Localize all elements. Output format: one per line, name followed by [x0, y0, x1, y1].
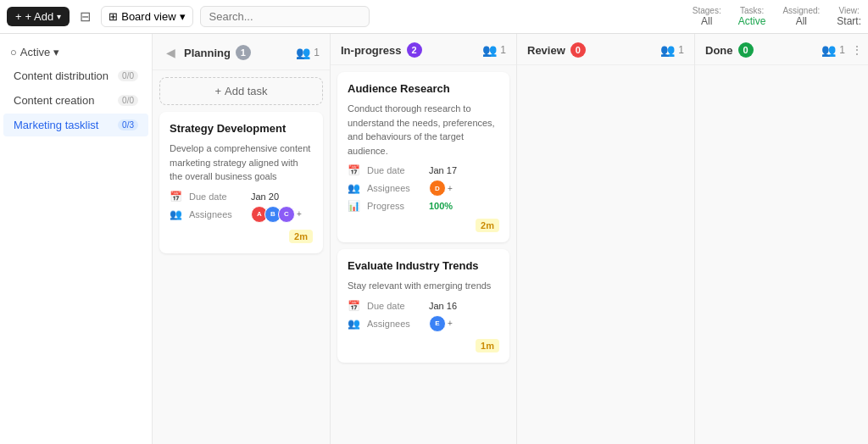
progress-row: 📊 Progress 100%	[348, 200, 499, 212]
avatar-plus: +	[448, 184, 453, 193]
assigned-meta: Assigned: All	[782, 6, 820, 27]
column-planning: ◀ Planning 1 👥 1 + Add task Str	[153, 34, 331, 444]
tasks-value: Active	[738, 15, 766, 27]
assignee-icon: 👥	[296, 46, 310, 59]
done-title: Done	[705, 44, 733, 57]
calendar-icon: 📅	[170, 191, 182, 203]
avatar-group: A B C +	[251, 206, 302, 223]
assignees-row: 👥 Assignees E +	[348, 315, 499, 332]
column-done: Done 0 👥 1 ⋮	[695, 34, 868, 444]
card-meta: 📅 Due date Jan 16 👥 Assignees E +	[348, 300, 499, 332]
assigned-value: All	[796, 15, 807, 27]
due-date-row: 📅 Due date Jan 16	[348, 300, 499, 312]
active-label: Active	[20, 46, 50, 58]
main-layout: ○ Active ▾ Content distribution 0/0 Cont…	[0, 34, 868, 444]
due-date-val: Jan 17	[429, 165, 457, 175]
column-review: Review 0 👥 1	[517, 34, 695, 444]
toolbar-meta: Stages: All Tasks: Active Assigned: All …	[693, 6, 861, 27]
sidebar-item-label: Content distribution	[14, 69, 108, 82]
board-view-label: Board view	[121, 10, 175, 23]
card-title: Evaluate Industry Trends	[348, 259, 499, 272]
sidebar-item-badge: 0/0	[118, 70, 138, 81]
assignees-row: 👥 Assignees A B C +	[170, 206, 313, 223]
due-date-key: Due date	[367, 165, 422, 175]
assignees-icon: 👥	[170, 208, 182, 220]
assignee-icon: 👥	[482, 43, 497, 57]
column-done-header: Done 0 👥 1 ⋮	[695, 34, 868, 65]
review-title: Review	[527, 44, 565, 57]
card-meta: 📅 Due date Jan 20 👥 Assignees A B	[170, 191, 313, 223]
stages-meta: Stages: All	[693, 6, 721, 27]
assignee-icon: 👥	[660, 43, 675, 57]
review-body	[517, 65, 694, 444]
avatar-group: D +	[429, 180, 453, 197]
sidebar-item-content-creation[interactable]: Content creation 0/0	[3, 89, 148, 112]
view-value: Start:	[837, 15, 861, 27]
avatar-plus: +	[297, 209, 302, 219]
in-progress-body: Audience Research Conduct thorough resea…	[331, 65, 516, 444]
active-icon: ○	[10, 46, 17, 58]
in-progress-assignee: 👥 1	[482, 43, 506, 57]
due-date-row: 📅 Due date Jan 17	[348, 164, 499, 176]
view-label: View:	[839, 6, 860, 15]
due-date-key: Due date	[367, 301, 422, 311]
sidebar-item-badge: 0/0	[118, 95, 138, 106]
sidebar-item-content-distribution[interactable]: Content distribution 0/0	[3, 64, 148, 87]
filter-button[interactable]: ⊟	[76, 5, 94, 28]
avatar: C	[278, 206, 295, 223]
column-review-header: Review 0 👥 1	[517, 34, 694, 65]
progress-val: 100%	[429, 201, 453, 211]
add-task-plus-icon: +	[214, 85, 221, 97]
sidebar-item-label: Marketing tasklist	[14, 119, 98, 131]
stages-value: All	[701, 15, 712, 27]
search-input[interactable]	[200, 6, 370, 27]
board-view-chevron-icon: ▾	[180, 10, 186, 23]
calendar-icon: 📅	[348, 164, 360, 176]
board-area: ◀ Planning 1 👥 1 + Add task Str	[153, 34, 868, 444]
tasks-meta: Tasks: Active	[738, 6, 766, 27]
sidebar-item-label: Content creation	[14, 94, 94, 107]
board-view-button[interactable]: ⊞ Board view ▾	[101, 6, 192, 27]
column-in-progress-header: In-progress 2 👥 1	[331, 34, 516, 65]
active-chevron-icon: ▾	[53, 46, 59, 58]
toolbar: + + Add ▾ ⊟ ⊞ Board view ▾ Stages: All T…	[0, 0, 868, 34]
board-scroll: ◀ Planning 1 👥 1 + Add task Str	[153, 34, 868, 444]
tasks-label: Tasks:	[740, 6, 764, 15]
progress-key: Progress	[367, 201, 422, 211]
time-badge: 2m	[289, 230, 313, 243]
planning-assignee: 👥 1	[296, 46, 320, 59]
sidebar: ○ Active ▾ Content distribution 0/0 Cont…	[0, 34, 153, 444]
assignees-key: Assignees	[367, 319, 422, 329]
sidebar-item-badge: 0/3	[118, 119, 138, 130]
due-date-val: Jan 16	[429, 301, 457, 311]
calendar-icon: 📅	[348, 300, 360, 312]
time-badge: 2m	[476, 219, 499, 232]
assignees-icon: 👥	[348, 318, 360, 330]
add-task-button[interactable]: + Add task	[159, 77, 323, 105]
due-date-row: 📅 Due date Jan 20	[170, 191, 313, 203]
review-assignee-count: 1	[678, 44, 684, 56]
progress-icon: 📊	[348, 200, 360, 212]
assignees-key: Assignees	[367, 183, 422, 193]
assignee-icon: 👥	[821, 43, 836, 57]
plus-icon: +	[15, 10, 22, 23]
assignees-icon: 👥	[348, 182, 360, 194]
in-progress-assignee-count: 1	[500, 44, 506, 56]
column-in-progress: In-progress 2 👥 1 Audience Research Cond…	[331, 34, 517, 444]
assignees-row: 👥 Assignees D +	[348, 180, 499, 197]
active-dropdown-button[interactable]: ○ Active ▾	[0, 41, 152, 64]
planning-body: + Add task Strategy Development Develop …	[153, 70, 330, 444]
board-view-icon: ⊞	[108, 10, 118, 23]
card-meta: 📅 Due date Jan 17 👥 Assignees D +	[348, 164, 499, 212]
avatar-group: E +	[429, 315, 453, 332]
avatar: D	[429, 180, 446, 197]
sidebar-item-marketing-tasklist[interactable]: Marketing tasklist 0/3	[3, 114, 148, 136]
collapse-planning-button[interactable]: ◀	[163, 42, 179, 63]
time-badge: 1m	[476, 339, 499, 352]
card-title: Audience Research	[348, 82, 499, 95]
done-assignee: 👥 1 ⋮	[821, 43, 862, 57]
view-meta: View: Start:	[837, 6, 861, 27]
planning-title: Planning	[184, 47, 231, 59]
done-body	[695, 65, 868, 444]
add-button[interactable]: + + Add ▾	[7, 7, 70, 26]
